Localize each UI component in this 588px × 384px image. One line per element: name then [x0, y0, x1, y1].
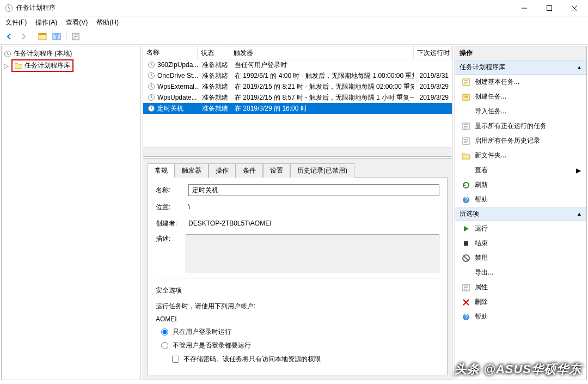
tree-pane: 任务计划程序 (本地) ▷ 任务计划程序库: [1, 46, 140, 380]
properties-toolbar-button[interactable]: [70, 31, 82, 42]
action-icon: [462, 166, 470, 175]
action-item[interactable]: 显示所有正在运行的任务: [455, 119, 586, 133]
collapse-icon: ▲: [577, 64, 582, 70]
action-icon: [462, 137, 470, 145]
forward-button[interactable]: [17, 31, 29, 42]
tree-root[interactable]: 任务计划程序 (本地): [3, 48, 139, 59]
action-label: 结束: [475, 239, 488, 248]
task-list-header: 名称 状态 触发器 下次运行时: [143, 46, 452, 59]
table-row[interactable]: 360ZipUpda...准备就绪当任何用户登录时: [143, 59, 452, 70]
action-icon: [462, 239, 470, 248]
action-item[interactable]: 运行: [455, 221, 586, 236]
action-icon: [462, 78, 470, 87]
table-row[interactable]: WpsUpdate...准备就绪在 2019/2/15 的 8:57 时 - 触…: [143, 92, 452, 103]
task-name: OneDrive St...: [157, 72, 198, 80]
task-status: 准备就绪: [199, 70, 231, 82]
menu-help[interactable]: 帮助(H): [93, 17, 122, 28]
clock-icon: [148, 61, 155, 69]
task-name: WpsExternal...: [157, 83, 199, 90]
maximize-button[interactable]: [537, 0, 562, 16]
action-label: 帮助: [475, 312, 488, 321]
col-trigger[interactable]: 触发器: [230, 46, 414, 59]
action-item[interactable]: ?帮助: [455, 309, 586, 324]
task-trigger: 在 2019/2/15 的 8:57 时 - 触发后，无限期地每隔 1 小时 重…: [231, 92, 414, 103]
radio-always[interactable]: [161, 342, 168, 349]
task-trigger: 当任何用户登录时: [231, 59, 414, 71]
show-hide-tree-button[interactable]: [36, 31, 48, 42]
action-label: 查看: [475, 166, 488, 175]
help-toolbar-button[interactable]: ?: [51, 31, 63, 42]
action-label: 启用所有任务历史记录: [475, 136, 540, 145]
tab-general[interactable]: 常规: [148, 163, 175, 178]
check-nopass[interactable]: [172, 356, 179, 363]
action-label: 禁用: [475, 253, 488, 263]
tab-settings[interactable]: 设置: [263, 163, 290, 178]
tab-general-page: 名称: 位置: \ 创建者: DESKTOP-2TB0L5T\AOMEI 描述:…: [148, 177, 448, 375]
clock-icon: [148, 94, 155, 101]
action-icon: [462, 122, 470, 131]
col-status[interactable]: 状态: [198, 46, 230, 59]
table-row[interactable]: OneDrive St...准备就绪在 1992/5/1 的 4:00 时 - …: [143, 70, 452, 81]
action-item[interactable]: 结束: [455, 236, 586, 251]
section-lib-title: 任务计划程序库: [460, 63, 505, 72]
tab-actions[interactable]: 操作: [209, 163, 236, 178]
action-label: 新文件夹...: [475, 151, 506, 160]
actions-section-selected[interactable]: 所选项 ▲: [455, 207, 586, 221]
action-item[interactable]: 创建任务...: [455, 89, 586, 104]
action-item[interactable]: 创建基本任务...: [455, 75, 586, 89]
collapse-icon: ▲: [577, 211, 582, 217]
action-item[interactable]: 启用所有任务历史记录: [455, 133, 586, 148]
tab-triggers[interactable]: 触发器: [175, 163, 209, 178]
svg-text:?: ?: [464, 196, 468, 204]
action-item[interactable]: 新文件夹...: [455, 148, 586, 163]
task-details: 常规 触发器 操作 条件 设置 历史记录(已禁用) 名称: 位置: \ 创建者:: [143, 158, 452, 380]
location-value: \: [188, 202, 439, 212]
tree-lib[interactable]: ▷ 任务计划程序库: [3, 59, 139, 72]
action-item[interactable]: 查看▶: [455, 163, 586, 178]
tabs: 常规 触发器 操作 条件 设置 历史记录(已禁用): [148, 163, 448, 177]
tab-conditions[interactable]: 条件: [236, 163, 263, 178]
radio-logged-on[interactable]: [161, 328, 168, 336]
menu-action[interactable]: 操作(A): [32, 17, 60, 28]
minimize-button[interactable]: [512, 0, 537, 16]
action-item[interactable]: ?帮助: [455, 192, 586, 207]
menu-view[interactable]: 查看(V): [63, 17, 91, 28]
action-item[interactable]: 属性: [455, 280, 586, 295]
action-item[interactable]: 删除: [455, 295, 586, 309]
close-button[interactable]: [562, 0, 587, 16]
task-trigger: 在 1992/5/1 的 4:00 时 - 触发后，无限期地每隔 1.00:00…: [231, 70, 414, 82]
action-item[interactable]: 导入任务...: [455, 104, 586, 119]
task-name: 定时关机: [157, 104, 183, 113]
desc-field[interactable]: [186, 234, 439, 272]
menu-file[interactable]: 文件(F): [2, 17, 30, 28]
divider: [156, 278, 439, 278]
col-next[interactable]: 下次运行时: [414, 46, 452, 59]
action-item[interactable]: 导出...: [455, 265, 586, 280]
clock-icon: [148, 83, 155, 90]
action-label: 运行: [475, 224, 488, 233]
svg-rect-3: [39, 33, 46, 35]
separator: [66, 31, 66, 42]
security-prompt: 运行任务时，请使用下列用户帐户:: [156, 302, 439, 311]
name-field[interactable]: [188, 184, 439, 196]
section-selected-title: 所选项: [460, 209, 479, 218]
actions-section-lib[interactable]: 任务计划程序库 ▲: [455, 60, 586, 75]
clock-icon: [4, 4, 13, 13]
action-item[interactable]: 刷新: [455, 178, 586, 192]
table-row[interactable]: 定时关机准备就绪在 2019/3/29 的 16:00 时: [143, 103, 452, 114]
back-button[interactable]: [3, 31, 15, 42]
watermark: 头条 @ASUS华硕华东: [455, 361, 581, 377]
tab-history[interactable]: 历史记录(已禁用): [290, 163, 354, 178]
task-name: WpsUpdate...: [157, 94, 197, 101]
action-icon: ?: [462, 313, 470, 321]
svg-rect-1: [547, 5, 552, 10]
action-item[interactable]: 禁用: [455, 251, 586, 265]
table-row[interactable]: WpsExternal...准备就绪在 2019/2/15 的 8:21 时 -…: [143, 81, 452, 92]
horizontal-scrollbar[interactable]: [143, 147, 452, 156]
action-icon: [462, 298, 470, 307]
action-icon: [462, 224, 470, 233]
task-list-body: 360ZipUpda...准备就绪当任何用户登录时OneDrive St...准…: [143, 59, 452, 147]
action-label: 属性: [475, 283, 488, 292]
action-label: 导出...: [475, 268, 493, 277]
col-name[interactable]: 名称: [143, 46, 198, 59]
